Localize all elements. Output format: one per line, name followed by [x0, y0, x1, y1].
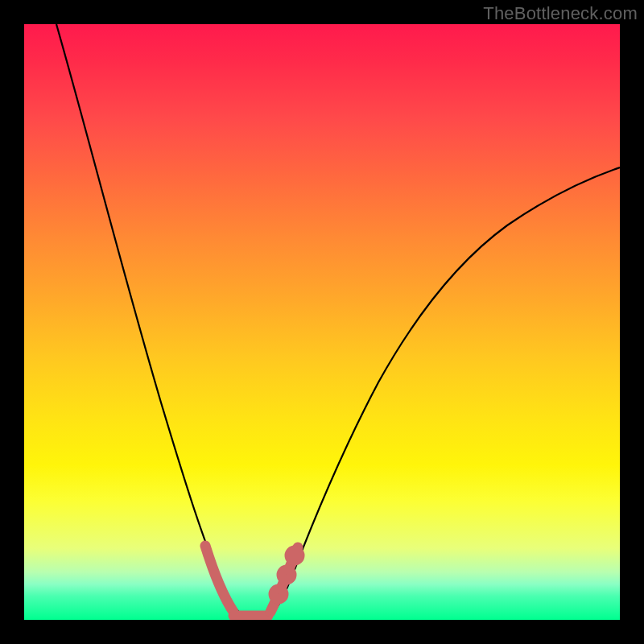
bottleneck-curve-svg [24, 24, 620, 620]
valley-dot-2 [282, 570, 291, 580]
plot-area [24, 24, 620, 620]
watermark-label: TheBottleneck.com [483, 3, 638, 24]
valley-band-left [205, 546, 233, 612]
valley-band-group [205, 546, 299, 616]
chart-frame: TheBottleneck.com [0, 0, 644, 644]
valley-dot-1 [274, 589, 283, 599]
valley-dot-3 [290, 551, 299, 560]
bottleneck-curve-path [56, 24, 620, 617]
